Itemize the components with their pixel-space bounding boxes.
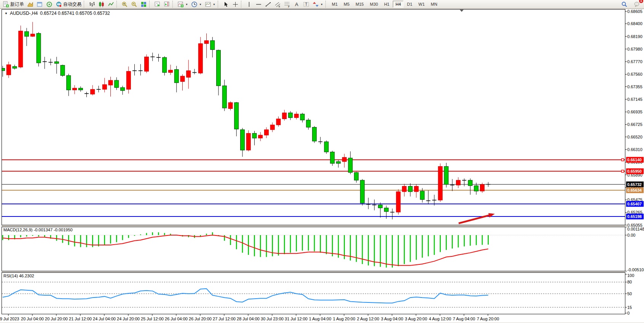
price-axis-label: 0.66520 <box>627 135 642 139</box>
rsi-axis-label: 50 <box>627 291 632 296</box>
rsi-panel <box>2 273 625 314</box>
price-badge-label: 0.65198 <box>627 214 642 219</box>
price-axis-label: 0.68190 <box>627 34 642 39</box>
chart-symbol-line: ▼ AUDUSD-,H4 0.65724 0.65741 0.65705 0.6… <box>5 11 110 16</box>
time-axis-label: 31 Jul 12:00 <box>285 317 308 321</box>
price-axis-label: 0.68400 <box>627 21 642 26</box>
time-axis-label: 4 Aug 12:00 <box>429 317 451 321</box>
time-axis-label: 1 Aug 20:00 <box>333 317 355 321</box>
price-axis-label: 0.66725 <box>627 122 642 127</box>
time-axis-label: 24 Jul 20:00 <box>117 317 140 321</box>
price-badge-label: 0.65634 <box>627 188 642 193</box>
time-axis-label: 30 Jul 23:00 <box>261 317 284 321</box>
time-axis-label: 7 Aug 20:00 <box>477 317 499 321</box>
time-axis-label: 25 Jul 12:00 <box>141 317 164 321</box>
macd-panel <box>2 227 625 271</box>
price-axis-label: 0.66310 <box>627 147 642 152</box>
price-axis-label: 0.67770 <box>627 59 642 64</box>
time-axis-label: 24 Jul 04:00 <box>93 317 116 321</box>
time-axis-label: 27 Jul 12:00 <box>213 317 236 321</box>
price-axis-label: 0.66935 <box>627 110 642 114</box>
rsi-indicator-label: RSI(14) 46.2302 <box>3 274 34 278</box>
price-axis-label: 0.67355 <box>627 84 642 89</box>
mt4-application: 新订单自动交易▼▼▼EFAT▼M1M5M15M30H1H4D1W1MN1 ▼ A… <box>0 0 644 323</box>
panel-splitter[interactable] <box>2 271 625 272</box>
macd-axis-label: 0.001148 <box>627 227 644 231</box>
time-axis-label: 19 Jul 2023 <box>0 317 19 321</box>
main-chart-panel <box>2 10 625 225</box>
price-badge-label: 0.66140 <box>627 158 642 162</box>
time-axis-label: 20 Jul 04:00 <box>21 317 44 321</box>
time-axis-label: 21 Jul 12:00 <box>69 317 92 321</box>
rsi-axis-label: 100 <box>627 273 634 278</box>
macd-indicator-label: MACD(12,26,9) -0.001347 -0.001950 <box>3 228 73 232</box>
time-axis-label: 28 Jul 04:00 <box>237 317 260 321</box>
rsi-axis-label: 0 <box>627 311 630 315</box>
symbol-ohlc: 0.65724 0.65741 0.65705 0.65732 <box>40 11 110 16</box>
price-badge-label: 0.65407 <box>627 202 642 206</box>
time-axis-label: 26 Jul 20:00 <box>189 317 212 321</box>
rsi-axis-label: 15 <box>627 305 632 310</box>
time-axis-label: 20 Jul 20:00 <box>45 317 68 321</box>
price-axis-label: 0.67980 <box>627 47 642 51</box>
symbol-title: AUDUSD-,H4 <box>10 11 38 16</box>
line-handle[interactable] <box>622 170 624 172</box>
rsi-axis-label: 80 <box>627 280 632 284</box>
time-axis-label: 26 Jul 04:00 <box>165 317 188 321</box>
price-badge-label: 0.65732 <box>627 182 642 187</box>
line-handle[interactable] <box>622 159 624 161</box>
symbol-dropdown-icon[interactable]: ▼ <box>5 12 8 15</box>
macd-axis-label: 0.00 <box>627 233 635 237</box>
macd-axis-label: -0.005104 <box>627 267 644 272</box>
time-axis-label: 1 Aug 04:00 <box>309 317 332 321</box>
price-axis-label: 0.68605 <box>627 9 642 14</box>
price-axis-label: 0.67560 <box>627 72 642 76</box>
time-axis-label: 3 Aug 20:00 <box>405 317 427 321</box>
panel-splitter[interactable] <box>2 225 625 227</box>
price-axis-label: 0.67145 <box>627 97 642 102</box>
time-axis-label: 7 Aug 04:00 <box>453 317 475 321</box>
price-badge-label: 0.65950 <box>627 169 642 173</box>
chart-canvas[interactable]: 0.686050.684000.681900.679800.677700.675… <box>0 0 644 323</box>
time-axis-label: 2 Aug 12:00 <box>357 317 379 321</box>
time-axis-label: 3 Aug 04:00 <box>381 317 403 321</box>
